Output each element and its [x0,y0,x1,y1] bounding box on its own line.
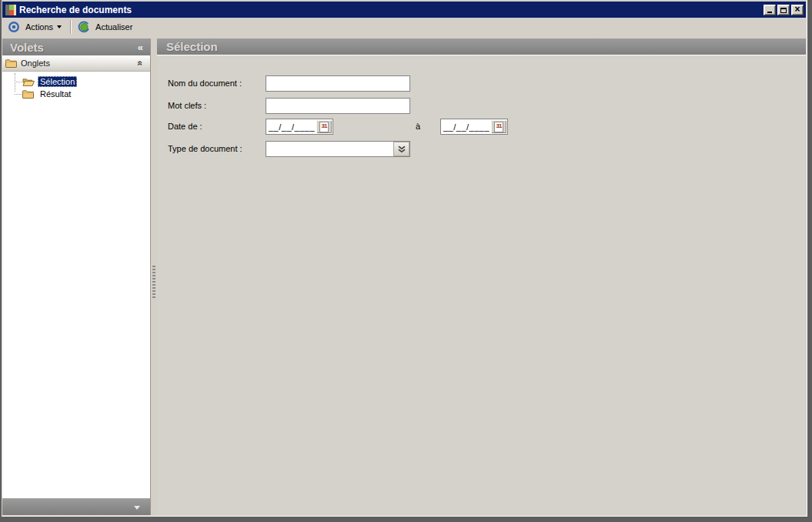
close-button[interactable]: × [791,5,804,15]
title-bar: Recherche de documents × [2,2,806,18]
onglets-group-header[interactable]: Onglets « [2,55,150,72]
splitter-grip-icon [152,266,155,298]
window-title: Recherche de documents [19,5,762,15]
document-type-label: Type de document : [168,141,242,157]
toolbar: Actions Actualiser [2,18,806,36]
calendar-icon: 31 [494,122,503,132]
maximize-button[interactable] [777,5,790,15]
app-icon [5,5,16,15]
refresh-label: Actualiser [95,22,132,32]
toolbar-separator [70,20,72,34]
date-to-field: __/__/____ 31 [440,119,508,135]
selection-form: Nom du document : Mot clefs : Date de : … [157,55,806,515]
main-panel: Sélection Nom du document : Mot clefs : … [157,38,806,515]
onglets-group-label: Onglets [21,59,50,68]
folder-icon [22,89,34,99]
document-name-input[interactable] [266,75,410,92]
minimize-icon [767,12,772,13]
refresh-icon [78,21,90,33]
keywords-input[interactable] [266,98,410,114]
sidebar-title: Volets [10,41,44,54]
onglets-tree: Sélection Résultat [2,72,150,498]
main-panel-header: Sélection [157,38,806,55]
folder-icon [5,59,17,68]
open-folder-icon [22,77,35,86]
window-frame: Recherche de documents × Actions [2,0,807,517]
window: Recherche de documents × Actions [0,0,812,522]
content-area: Volets « Onglets « [2,36,806,515]
actions-icon [8,21,20,33]
chevron-up-icon[interactable]: « [135,61,146,66]
tree-item-label: Résultat [38,89,73,99]
close-icon: × [794,5,800,14]
chevron-down-icon [57,25,62,28]
maximize-icon [780,8,787,13]
date-to-input[interactable]: __/__/____ [441,122,491,132]
sidebar-footer-button[interactable] [2,498,150,515]
date-from-field: __/__/____ 31 [266,119,333,135]
chevron-down-icon [134,506,140,510]
sidebar: Volets « Onglets « [2,38,151,515]
date-from-input[interactable]: __/__/____ [266,122,316,132]
date-from-label: Date de : [168,119,202,135]
keywords-label: Mot clefs : [168,98,206,114]
date-to-separator-label: à [416,119,420,135]
tree-item-label: Sélection [38,76,77,87]
main-panel-title: Sélection [166,40,218,53]
calendar-icon: 31 [319,122,329,132]
tree-item-selection[interactable]: Sélection [2,75,150,88]
minimize-button[interactable] [764,5,776,15]
document-type-value [266,142,393,156]
actions-button[interactable]: Actions [4,19,68,35]
document-type-select[interactable] [266,141,410,157]
combo-dropdown-button[interactable] [393,142,409,156]
refresh-button[interactable]: Actualiser [74,19,139,35]
pane-splitter[interactable] [151,38,157,515]
date-from-calendar-button[interactable]: 31 [316,120,332,133]
double-chevron-down-icon [397,146,406,153]
sidebar-header: Volets « [2,38,150,55]
date-to-calendar-button[interactable]: 31 [491,120,506,133]
document-name-label: Nom du document : [168,75,242,92]
collapse-panel-button[interactable]: « [138,42,143,53]
actions-label: Actions [25,22,53,32]
window-controls: × [762,5,804,15]
tree-item-resultat[interactable]: Résultat [2,88,150,100]
